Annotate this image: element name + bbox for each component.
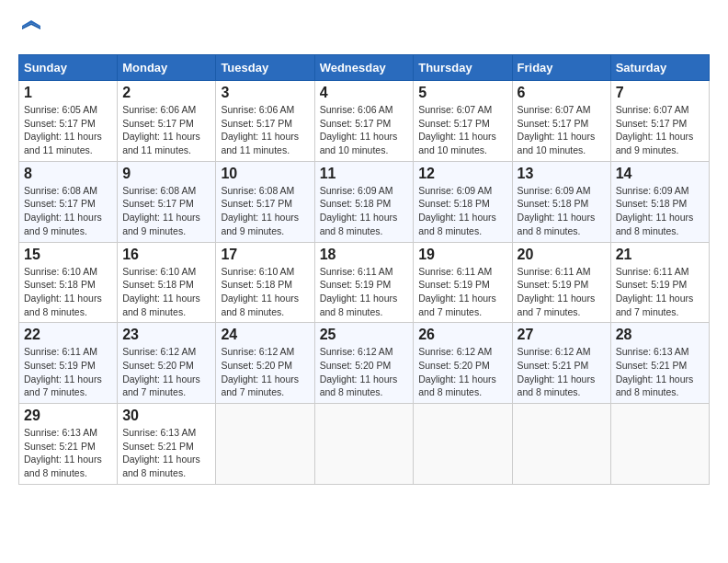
day-number: 8 — [24, 166, 112, 182]
calendar-cell — [216, 404, 314, 485]
logo — [18, 18, 42, 45]
day-number: 2 — [122, 85, 210, 101]
day-number: 12 — [418, 166, 506, 182]
header-friday: Friday — [512, 55, 610, 81]
day-info: Sunrise: 6:09 AMSunset: 5:18 PMDaylight:… — [518, 185, 596, 236]
calendar-cell: 26Sunrise: 6:12 AMSunset: 5:20 PMDayligh… — [414, 323, 512, 404]
logo-icon — [20, 18, 42, 40]
day-number: 27 — [518, 327, 606, 343]
calendar-cell: 24Sunrise: 6:12 AMSunset: 5:20 PMDayligh… — [216, 323, 314, 404]
header-sunday: Sunday — [19, 55, 118, 81]
header-thursday: Thursday — [414, 55, 512, 81]
day-info: Sunrise: 6:11 AMSunset: 5:19 PMDaylight:… — [616, 266, 694, 317]
calendar-cell: 6Sunrise: 6:07 AMSunset: 5:17 PMDaylight… — [512, 81, 610, 162]
calendar-cell: 14Sunrise: 6:09 AMSunset: 5:18 PMDayligh… — [610, 161, 709, 242]
calendar-cell: 30Sunrise: 6:13 AMSunset: 5:21 PMDayligh… — [118, 404, 216, 485]
header-monday: Monday — [118, 55, 216, 81]
day-info: Sunrise: 6:11 AMSunset: 5:19 PMDaylight:… — [418, 266, 496, 317]
day-info: Sunrise: 6:13 AMSunset: 5:21 PMDaylight:… — [122, 427, 200, 478]
day-info: Sunrise: 6:07 AMSunset: 5:17 PMDaylight:… — [616, 104, 694, 155]
day-info: Sunrise: 6:08 AMSunset: 5:17 PMDaylight:… — [221, 185, 299, 236]
day-info: Sunrise: 6:12 AMSunset: 5:20 PMDaylight:… — [418, 346, 496, 397]
day-number: 17 — [221, 247, 309, 263]
calendar-cell — [414, 404, 512, 485]
calendar-cell: 13Sunrise: 6:09 AMSunset: 5:18 PMDayligh… — [512, 161, 610, 242]
day-number: 23 — [122, 327, 210, 343]
day-info: Sunrise: 6:11 AMSunset: 5:19 PMDaylight:… — [24, 346, 102, 397]
day-info: Sunrise: 6:12 AMSunset: 5:20 PMDaylight:… — [122, 346, 200, 397]
page-header — [18, 18, 710, 45]
day-info: Sunrise: 6:06 AMSunset: 5:17 PMDaylight:… — [221, 104, 299, 155]
calendar-cell: 16Sunrise: 6:10 AMSunset: 5:18 PMDayligh… — [118, 242, 216, 323]
day-info: Sunrise: 6:07 AMSunset: 5:17 PMDaylight:… — [418, 104, 496, 155]
day-info: Sunrise: 6:10 AMSunset: 5:18 PMDaylight:… — [24, 266, 102, 317]
day-number: 28 — [616, 327, 704, 343]
day-number: 25 — [320, 327, 409, 343]
calendar-cell: 9Sunrise: 6:08 AMSunset: 5:17 PMDaylight… — [118, 161, 216, 242]
calendar-cell: 12Sunrise: 6:09 AMSunset: 5:18 PMDayligh… — [414, 161, 512, 242]
day-info: Sunrise: 6:13 AMSunset: 5:21 PMDaylight:… — [616, 346, 694, 397]
day-info: Sunrise: 6:13 AMSunset: 5:21 PMDaylight:… — [24, 427, 102, 478]
day-info: Sunrise: 6:09 AMSunset: 5:18 PMDaylight:… — [616, 185, 694, 236]
calendar-cell: 29Sunrise: 6:13 AMSunset: 5:21 PMDayligh… — [19, 404, 118, 485]
day-number: 19 — [418, 247, 506, 263]
calendar-cell: 8Sunrise: 6:08 AMSunset: 5:17 PMDaylight… — [19, 161, 118, 242]
day-number: 29 — [24, 408, 112, 424]
calendar-cell: 21Sunrise: 6:11 AMSunset: 5:19 PMDayligh… — [610, 242, 709, 323]
calendar-week-row: 29Sunrise: 6:13 AMSunset: 5:21 PMDayligh… — [19, 404, 710, 485]
day-number: 7 — [616, 85, 704, 101]
day-number: 18 — [320, 247, 409, 263]
day-info: Sunrise: 6:12 AMSunset: 5:21 PMDaylight:… — [518, 346, 596, 397]
calendar-cell: 10Sunrise: 6:08 AMSunset: 5:17 PMDayligh… — [216, 161, 314, 242]
day-number: 15 — [24, 247, 112, 263]
calendar-cell: 15Sunrise: 6:10 AMSunset: 5:18 PMDayligh… — [19, 242, 118, 323]
day-info: Sunrise: 6:10 AMSunset: 5:18 PMDaylight:… — [122, 266, 200, 317]
day-info: Sunrise: 6:09 AMSunset: 5:18 PMDaylight:… — [320, 185, 398, 236]
calendar-cell: 4Sunrise: 6:06 AMSunset: 5:17 PMDaylight… — [314, 81, 414, 162]
calendar-cell: 7Sunrise: 6:07 AMSunset: 5:17 PMDaylight… — [610, 81, 709, 162]
calendar-cell: 1Sunrise: 6:05 AMSunset: 5:17 PMDaylight… — [19, 81, 118, 162]
day-number: 1 — [24, 85, 112, 101]
day-info: Sunrise: 6:08 AMSunset: 5:17 PMDaylight:… — [24, 185, 102, 236]
day-info: Sunrise: 6:07 AMSunset: 5:17 PMDaylight:… — [518, 104, 596, 155]
day-number: 5 — [418, 85, 506, 101]
day-number: 14 — [616, 166, 704, 182]
calendar-cell — [610, 404, 709, 485]
calendar-cell: 23Sunrise: 6:12 AMSunset: 5:20 PMDayligh… — [118, 323, 216, 404]
calendar-cell: 17Sunrise: 6:10 AMSunset: 5:18 PMDayligh… — [216, 242, 314, 323]
calendar-cell: 18Sunrise: 6:11 AMSunset: 5:19 PMDayligh… — [314, 242, 414, 323]
calendar-cell: 2Sunrise: 6:06 AMSunset: 5:17 PMDaylight… — [118, 81, 216, 162]
calendar-cell: 19Sunrise: 6:11 AMSunset: 5:19 PMDayligh… — [414, 242, 512, 323]
calendar-cell — [314, 404, 414, 485]
day-number: 21 — [616, 247, 704, 263]
calendar-table: SundayMondayTuesdayWednesdayThursdayFrid… — [18, 54, 710, 485]
day-info: Sunrise: 6:10 AMSunset: 5:18 PMDaylight:… — [221, 266, 299, 317]
day-number: 6 — [518, 85, 606, 101]
day-number: 11 — [320, 166, 409, 182]
day-number: 22 — [24, 327, 112, 343]
calendar-week-row: 15Sunrise: 6:10 AMSunset: 5:18 PMDayligh… — [19, 242, 710, 323]
calendar-week-row: 8Sunrise: 6:08 AMSunset: 5:17 PMDaylight… — [19, 161, 710, 242]
day-number: 20 — [518, 247, 606, 263]
calendar-week-row: 22Sunrise: 6:11 AMSunset: 5:19 PMDayligh… — [19, 323, 710, 404]
calendar-week-row: 1Sunrise: 6:05 AMSunset: 5:17 PMDaylight… — [19, 81, 710, 162]
calendar-cell: 27Sunrise: 6:12 AMSunset: 5:21 PMDayligh… — [512, 323, 610, 404]
calendar-cell: 22Sunrise: 6:11 AMSunset: 5:19 PMDayligh… — [19, 323, 118, 404]
day-number: 4 — [320, 85, 409, 101]
header-tuesday: Tuesday — [216, 55, 314, 81]
calendar-cell: 28Sunrise: 6:13 AMSunset: 5:21 PMDayligh… — [610, 323, 709, 404]
calendar-cell: 20Sunrise: 6:11 AMSunset: 5:19 PMDayligh… — [512, 242, 610, 323]
calendar-cell — [512, 404, 610, 485]
calendar-header-row: SundayMondayTuesdayWednesdayThursdayFrid… — [19, 55, 710, 81]
day-number: 26 — [418, 327, 506, 343]
day-info: Sunrise: 6:12 AMSunset: 5:20 PMDaylight:… — [221, 346, 299, 397]
header-saturday: Saturday — [610, 55, 709, 81]
day-number: 10 — [221, 166, 309, 182]
day-number: 3 — [221, 85, 309, 101]
calendar-cell: 11Sunrise: 6:09 AMSunset: 5:18 PMDayligh… — [314, 161, 414, 242]
day-number: 9 — [122, 166, 210, 182]
day-number: 30 — [122, 408, 210, 424]
day-info: Sunrise: 6:11 AMSunset: 5:19 PMDaylight:… — [320, 266, 398, 317]
day-number: 13 — [518, 166, 606, 182]
header-wednesday: Wednesday — [314, 55, 414, 81]
